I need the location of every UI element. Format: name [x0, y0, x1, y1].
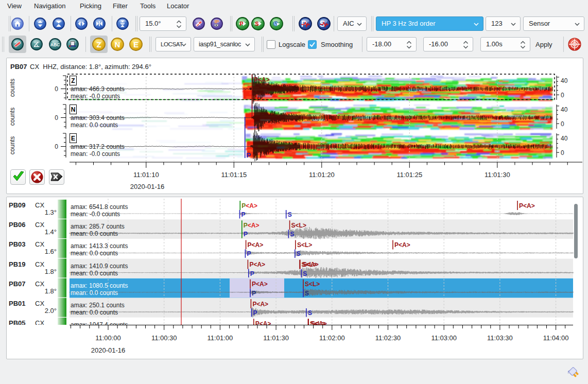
svg-text:amax: 285.7 counts: amax: 285.7 counts — [71, 223, 125, 230]
svg-text:0: 0 — [561, 149, 564, 156]
svg-text:1.6°: 1.6° — [45, 248, 57, 255]
svg-text:S<L>: S<L> — [305, 281, 320, 288]
svg-text:P<A>: P<A> — [254, 76, 270, 83]
svg-text:11:04:00: 11:04:00 — [543, 334, 569, 342]
svg-text:CX HHZ, distance: 1.8°, azimu: CX HHZ, distance: 1.8°, azimuth: 294.6° — [30, 63, 151, 71]
svg-text:CX: CX — [35, 240, 44, 248]
svg-text:S: S — [290, 231, 294, 238]
svg-text:0: 0 — [561, 92, 564, 99]
svg-text:P: P — [244, 231, 248, 238]
svg-text:ABC: ABC — [50, 42, 60, 47]
svg-text:CX: CX — [35, 300, 44, 307]
svg-text:S: S — [305, 290, 309, 297]
svg-text:0: 0 — [55, 85, 58, 93]
svg-text:CX: CX — [35, 319, 44, 327]
svg-text:P<A>: P<A> — [519, 202, 535, 210]
svg-text:mean: 0.0 counts: mean: 0.0 counts — [71, 230, 118, 237]
svg-text:0: 0 — [561, 120, 564, 128]
svg-text:mean: 0.0 counts: mean: 0.0 counts — [71, 250, 118, 257]
svg-text:1.3°: 1.3° — [45, 208, 57, 216]
svg-text:11:03:00: 11:03:00 — [431, 334, 457, 342]
svg-text:2.1°: 2.1° — [45, 326, 57, 334]
svg-text:P<A>: P<A> — [248, 241, 264, 249]
svg-text:11:01:10: 11:01:10 — [133, 171, 159, 179]
svg-text:S: S — [308, 309, 312, 317]
svg-text:0: 0 — [55, 143, 58, 150]
svg-text:amax: 466.3 counts: amax: 466.3 counts — [71, 85, 125, 93]
svg-text:11:00:30: 11:00:30 — [151, 334, 177, 342]
svg-text:S: S — [303, 270, 307, 277]
svg-text:S<L>: S<L> — [297, 241, 312, 249]
svg-text:amax: 303.4 counts: amax: 303.4 counts — [71, 114, 125, 121]
svg-text:1.8°: 1.8° — [45, 268, 57, 275]
svg-text:P: P — [247, 250, 251, 257]
svg-text:11:01:00: 11:01:00 — [207, 334, 233, 342]
svg-text:mean: -0.0 counts: mean: -0.0 counts — [71, 150, 120, 158]
svg-text:11:03:30: 11:03:30 — [487, 334, 513, 342]
svg-text:P: P — [250, 270, 254, 277]
svg-text:S: S — [255, 21, 258, 27]
svg-text:mean: 0.0 counts: mean: 0.0 counts — [71, 270, 118, 277]
svg-text:PB05: PB05 — [9, 319, 26, 327]
svg-text:N: N — [115, 40, 120, 49]
svg-text:CX: CX — [35, 260, 44, 268]
svg-text:mean: 0.0 counts: mean: 0.0 counts — [71, 309, 118, 316]
svg-text:P<A>: P<A> — [244, 222, 260, 229]
svg-text:P: P — [239, 21, 243, 27]
svg-text:P<A>: P<A> — [241, 202, 257, 210]
svg-text:counts: counts — [9, 136, 16, 154]
svg-text:CX: CX — [35, 201, 44, 209]
svg-text:CX: CX — [35, 221, 44, 229]
svg-text:P: P — [247, 151, 251, 159]
svg-text:PB01: PB01 — [9, 300, 26, 307]
svg-text:11:01:15: 11:01:15 — [221, 171, 247, 179]
svg-text:PB07: PB07 — [9, 280, 26, 288]
svg-text:PB19: PB19 — [9, 260, 26, 268]
svg-text:P: P — [253, 309, 257, 317]
svg-text:11:01:25: 11:01:25 — [396, 171, 422, 179]
svg-text:S: S — [288, 211, 292, 218]
svg-text:IP: IP — [215, 19, 219, 24]
svg-text:P: P — [241, 211, 246, 218]
svg-text:40: 40 — [561, 106, 568, 113]
svg-text:P<A>: P<A> — [252, 301, 268, 308]
svg-text:P: P — [252, 290, 256, 297]
svg-text:11:02:30: 11:02:30 — [375, 334, 401, 342]
svg-text:S<L>: S<L> — [291, 222, 306, 229]
svg-text:N: N — [71, 106, 76, 113]
svg-text:2020-01-16: 2020-01-16 — [130, 183, 165, 190]
svg-text:Z: Z — [71, 77, 75, 84]
svg-text:mean: -0.0 counts: mean: -0.0 counts — [71, 211, 120, 218]
svg-text:2.0°: 2.0° — [45, 307, 57, 315]
svg-text:P<A>: P<A> — [255, 320, 271, 327]
svg-text:11:00:00: 11:00:00 — [95, 334, 121, 342]
svg-text:Z: Z — [96, 40, 101, 49]
svg-text:0: 0 — [55, 114, 58, 121]
svg-text:PB09: PB09 — [9, 201, 26, 209]
svg-text:E: E — [133, 40, 139, 49]
svg-text:11:01:30: 11:01:30 — [263, 334, 289, 342]
svg-text:PB03: PB03 — [9, 240, 26, 248]
svg-text:S: S — [297, 250, 301, 257]
svg-text:amax: 250.1 counts: amax: 250.1 counts — [71, 302, 125, 309]
svg-text:11:01:20: 11:01:20 — [309, 171, 335, 179]
svg-text:amax: 317.2 counts: amax: 317.2 counts — [71, 143, 125, 150]
svg-text:counts: counts — [9, 108, 16, 126]
svg-text:S<A>: S<A> — [303, 261, 319, 268]
svg-text:amax: 6541.8 counts: amax: 6541.8 counts — [71, 203, 128, 211]
svg-text:2020-01-16: 2020-01-16 — [91, 346, 126, 354]
svg-text:11:01:30: 11:01:30 — [485, 171, 510, 179]
svg-text:P<A>: P<A> — [394, 241, 410, 249]
svg-text:amax: 1413.3 counts: amax: 1413.3 counts — [71, 242, 128, 250]
svg-text:mean: -0.0 counts: mean: -0.0 counts — [71, 93, 120, 100]
svg-text:1.8°: 1.8° — [45, 287, 57, 295]
svg-text:P<A>: P<A> — [249, 261, 265, 268]
svg-text:P<A>: P<A> — [252, 281, 268, 288]
svg-text:PB06: PB06 — [9, 221, 26, 229]
svg-text:1.4°: 1.4° — [45, 228, 57, 236]
svg-text:mean: 0.0 counts: mean: 0.0 counts — [71, 121, 118, 129]
svg-text:40: 40 — [561, 77, 568, 84]
svg-text:CX: CX — [35, 280, 44, 288]
svg-text:11:02:00: 11:02:00 — [319, 334, 345, 342]
svg-text:amax: 1410.9 counts: amax: 1410.9 counts — [71, 263, 128, 270]
